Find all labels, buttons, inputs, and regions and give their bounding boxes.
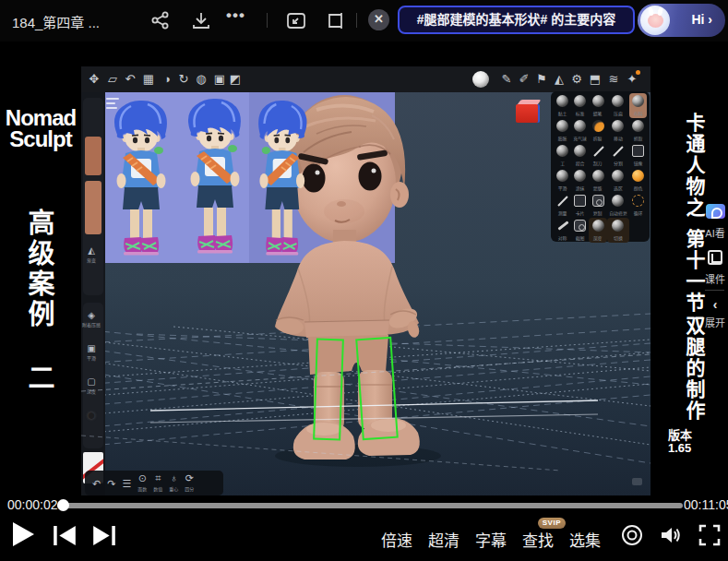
tool-mask[interactable]: 蒙版: [589, 168, 606, 193]
rotate-icon[interactable]: ↻: [175, 71, 192, 88]
fullscreen-icon[interactable]: [698, 523, 722, 547]
tool-balloon[interactable]: 充气球: [571, 118, 589, 143]
play-button[interactable]: [13, 522, 34, 546]
tool-select[interactable]: 选区: [607, 168, 629, 193]
tool-icon: [632, 145, 644, 157]
tool-scrape[interactable]: 刮刀: [589, 143, 606, 168]
pip-icon[interactable]: [285, 10, 307, 30]
cube-icon[interactable]: ⬒: [587, 71, 603, 88]
mirror-icon[interactable]: ◭: [551, 71, 567, 88]
image-icon[interactable]: ▣: [211, 71, 228, 88]
sliders-icon[interactable]: ≋: [605, 71, 622, 88]
tool-crayon[interactable]: 蜡笔: [589, 93, 606, 118]
wireframe-icon[interactable]: ◍: [193, 71, 209, 88]
tool-standard[interactable]: 标准: [571, 93, 589, 118]
pressure-icon[interactable]: ◈附着压感: [81, 310, 101, 330]
clay-swatch-2[interactable]: [85, 181, 101, 234]
tool-copy[interactable]: 复制: [589, 193, 606, 218]
grid-icon[interactable]: ▦: [140, 71, 157, 88]
gear-icon[interactable]: ⚙: [568, 71, 585, 88]
tool-symmetry[interactable]: 对称: [554, 218, 571, 243]
tool-icon: [574, 145, 586, 157]
topic-pill[interactable]: #腿部建模的基本形状# 的主要内容: [398, 6, 635, 34]
progress-bar[interactable]: [57, 503, 683, 508]
undo-icon[interactable]: ↶: [92, 478, 101, 489]
tool-cloth[interactable]: 布料: [629, 93, 647, 118]
tool-icon: [556, 95, 568, 107]
subtitle-button[interactable]: 字幕: [475, 528, 507, 551]
tool-measure[interactable]: 测量: [554, 193, 571, 218]
scene-icon[interactable]: ♁重心: [169, 472, 178, 495]
tool-grab[interactable]: 抓取: [629, 118, 647, 143]
clay-swatch-1[interactable]: [85, 137, 101, 175]
video-title: 184_第四章 ...: [12, 12, 100, 31]
progress-knob[interactable]: [57, 499, 69, 511]
gizmo-cube[interactable]: [516, 100, 541, 123]
tool-icon: [612, 220, 624, 232]
wire-icon[interactable]: ⌗数值: [153, 472, 162, 495]
danmaku-settings-icon[interactable]: [620, 523, 644, 547]
more-icon[interactable]: •••: [226, 6, 245, 25]
assistant-button[interactable]: Hi ›: [638, 4, 725, 37]
sphere-icon[interactable]: ◑: [159, 71, 175, 88]
tool-flatten[interactable]: 压扁: [607, 93, 629, 118]
video-frame[interactable]: ✥▱↶▦◑↻◍▣◩✎✐⚑◭⚙⬒≋✦ ◭渐变 ◈附着压感 ▣平滑 ▢深度 ●: [81, 66, 650, 495]
close-icon[interactable]: ✕: [368, 9, 389, 30]
tool-icon: [556, 120, 568, 132]
tool-icon: [556, 195, 568, 207]
wand-icon[interactable]: ✦: [624, 71, 640, 88]
next-button[interactable]: [93, 526, 115, 545]
ai-view-button[interactable]: AI看: [702, 204, 728, 240]
tool-smudge[interactable]: 涂抹: [571, 168, 589, 193]
reference-note-line: [106, 107, 117, 109]
tool-crease[interactable]: 折痕: [589, 118, 606, 143]
download-icon[interactable]: [190, 10, 212, 30]
tool-color[interactable]: 颜色: [629, 168, 647, 193]
previous-button[interactable]: [54, 526, 76, 545]
tool-card[interactable]: 卡片: [571, 193, 589, 218]
tool-screenshot[interactable]: 截图: [571, 218, 589, 243]
tool-autofix[interactable]: 自动修复: [607, 193, 629, 218]
expand-button[interactable]: ‹ 展开: [702, 297, 728, 329]
redo-icon[interactable]: ↷: [107, 478, 115, 489]
tool-pinch[interactable]: 捏合: [571, 143, 589, 168]
svip-badge: SVIP: [538, 518, 566, 529]
tool-mirror[interactable]: 镜像: [629, 143, 647, 168]
flag-icon[interactable]: ⚑: [533, 71, 550, 88]
quality-button[interactable]: 超清: [428, 528, 459, 551]
topo-icon[interactable]: ⊙面数: [137, 472, 147, 495]
speed-button[interactable]: 倍速: [381, 528, 412, 551]
miniplayer-icon[interactable]: [324, 10, 346, 30]
tool-depth[interactable]: 深度: [589, 218, 606, 243]
tool-toggle[interactable]: 切换: [607, 218, 629, 243]
depth-toggle-icon[interactable]: ▢深度: [81, 376, 101, 397]
turn-icon[interactable]: ⟳四分: [185, 472, 194, 495]
canvas-corner-icon[interactable]: [632, 478, 642, 485]
tool-build[interactable]: 工: [554, 143, 571, 168]
gradient-icon[interactable]: ◭渐变: [81, 245, 101, 266]
smooth-toggle-icon[interactable]: ▣平滑: [81, 343, 101, 364]
tool-icon: [632, 170, 644, 182]
courseware-button[interactable]: 课件: [702, 250, 728, 286]
divider: [705, 290, 724, 291]
episodes-button[interactable]: 选集: [569, 528, 601, 551]
tool-smooth[interactable]: 平滑: [554, 168, 571, 193]
pen-icon[interactable]: ✐: [516, 71, 532, 88]
tool-move[interactable]: 移动: [607, 118, 629, 143]
volume-icon[interactable]: [659, 523, 683, 547]
tool-clay[interactable]: 黏土: [554, 93, 571, 118]
matcap-icon[interactable]: [472, 71, 489, 88]
tool-inflate[interactable]: 膨胀: [554, 118, 571, 143]
undo-redo-icon[interactable]: ↶: [122, 71, 138, 88]
tool-icon: [592, 95, 604, 107]
folder-icon[interactable]: ▱: [104, 71, 121, 88]
pencil-icon[interactable]: ✎: [498, 71, 515, 88]
hand-icon[interactable]: ✥: [86, 71, 102, 88]
lit-icon[interactable]: ◩: [227, 71, 244, 88]
black-sphere-icon[interactable]: ●: [81, 410, 101, 420]
tool-split[interactable]: 分割: [607, 143, 629, 168]
share-icon[interactable]: [149, 10, 172, 30]
list-icon[interactable]: ☰: [122, 478, 131, 489]
find-button[interactable]: SVIP查找: [522, 528, 554, 551]
tool-loop[interactable]: 循环: [629, 193, 647, 218]
